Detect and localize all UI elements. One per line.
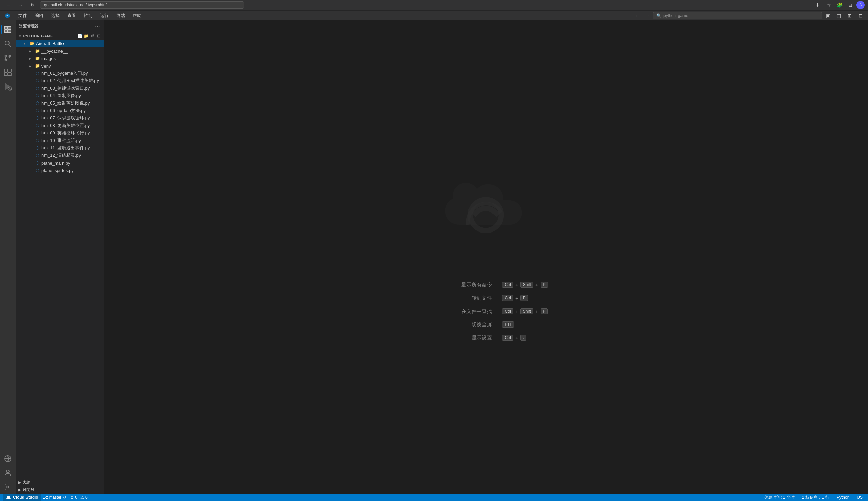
tree-item-hm10[interactable]: ▶ ⬡ hm_10_事件监听.py — [15, 137, 104, 144]
folder-icon: 📁 — [35, 48, 40, 54]
new-folder-icon[interactable]: 📁 — [84, 33, 89, 39]
activity-explorer[interactable] — [1, 23, 14, 36]
command-keys: Ctrl + Shift + P — [502, 282, 548, 288]
forward-button[interactable]: → — [15, 1, 25, 9]
lines-label: 2 核信息：1 行 — [802, 494, 829, 500]
sidebar: 资源管理器 ··· ▼ PYTHON GAME 📄 📁 ↺ ⊟ ▼ 📂 — [15, 20, 104, 493]
bookmark-icon[interactable]: ☆ — [824, 1, 833, 9]
python-file-icon: ⬡ — [35, 123, 40, 128]
menu-goto[interactable]: 转到 — [80, 12, 96, 20]
command-row-2: 在文件中查找 Ctrl + Shift + F — [424, 308, 548, 315]
svg-marker-14 — [6, 84, 10, 89]
tree-item-label: hm_04_绘制图像.py — [41, 93, 81, 99]
status-language[interactable]: Python — [835, 493, 851, 501]
tree-item-label: hm_03_创建游戏窗口.py — [41, 85, 90, 91]
tree-item-hm08[interactable]: ▶ ⬡ hm_08_更新英雄位置.py — [15, 122, 104, 129]
command-search-bar[interactable]: 🔍 python_game — [652, 12, 823, 19]
menu-select[interactable]: 选择 — [48, 12, 63, 20]
outline-chevron-icon: ▶ — [18, 481, 21, 484]
refresh-button[interactable]: ↻ — [28, 1, 38, 9]
outline-section[interactable]: ▶ 大纲 — [15, 479, 104, 486]
activity-extensions[interactable] — [1, 66, 14, 79]
layout-icon-1[interactable]: ▣ — [823, 12, 833, 19]
project-header[interactable]: ▼ PYTHON GAME 📄 📁 ↺ ⊟ — [15, 32, 104, 40]
status-time[interactable]: 休息时间: 1 小时 — [762, 493, 797, 501]
tree-item-hm03[interactable]: ▶ ⬡ hm_03_创建游戏窗口.py — [15, 85, 104, 92]
collapse-icon[interactable]: ⊟ — [96, 33, 101, 39]
activity-remote[interactable] — [1, 452, 14, 465]
download-icon[interactable]: ⬇ — [813, 1, 823, 9]
back-button[interactable]: ← — [3, 1, 13, 9]
status-encoding[interactable]: US — [855, 493, 865, 501]
tree-item-hm02[interactable]: ▶ ⬡ hm_02_使用Rect描述英雄.py — [15, 77, 104, 85]
profile-icon[interactable]: A — [856, 1, 865, 9]
welcome-commands: 显示所有命令 Ctrl + Shift + P 转到文件 Ctrl + — [424, 282, 548, 341]
layout-icon-3[interactable]: ⊞ — [845, 12, 855, 19]
sidebar-toggle-icon[interactable]: ⊟ — [846, 1, 855, 9]
activity-source-control[interactable] — [1, 52, 14, 64]
tree-item-hm11[interactable]: ▶ ⬡ hm_11_监听退出事件.py — [15, 144, 104, 152]
tree-item-aircraft-battle[interactable]: ▼ 📂 Aircraft_Battle — [15, 40, 104, 47]
menu-terminal[interactable]: 终端 — [113, 12, 128, 20]
timeline-section[interactable]: ▶ 时间线 — [15, 486, 104, 493]
url-bar[interactable]: gnepuil.cloudstudio.net/tty/psmhfu/ — [40, 1, 244, 9]
key-ctrl: Ctrl — [502, 295, 513, 301]
tree-item-pycache[interactable]: ▶ 📁 __pycache__ — [15, 47, 104, 55]
nav-back-icon[interactable]: ← — [632, 12, 642, 19]
tree-item-label: plane_main.py — [41, 161, 70, 166]
extensions-icon[interactable]: 🧩 — [835, 1, 844, 9]
tree-item-hm01[interactable]: ▶ ⬡ hm_01_pygame入门.py — [15, 70, 104, 77]
sidebar-header: 资源管理器 ··· — [15, 20, 104, 32]
status-lines[interactable]: 2 核信息：1 行 — [800, 493, 831, 501]
tree-item-plane-main[interactable]: ▶ ⬡ plane_main.py — [15, 159, 104, 167]
status-brand[interactable]: Cloud Studio — [3, 493, 41, 501]
activity-settings[interactable] — [1, 481, 14, 493]
tree-item-hm09[interactable]: ▶ ⬡ hm_09_英雄循环飞行.py — [15, 129, 104, 137]
key-shift: Shift — [521, 308, 533, 314]
activity-account[interactable] — [1, 466, 14, 479]
search-icon: 🔍 — [656, 13, 661, 18]
tree-item-hm04[interactable]: ▶ ⬡ hm_04_绘制图像.py — [15, 92, 104, 99]
menu-edit[interactable]: 编辑 — [31, 12, 47, 20]
status-branch[interactable]: ⎇ master ↺ — [41, 493, 69, 501]
command-label: 在文件中查找 — [424, 308, 492, 315]
key-f: F — [541, 308, 548, 314]
tree-item-hm06[interactable]: ▶ ⬡ hm_06_update方法.py — [15, 107, 104, 114]
menu-view[interactable]: 查看 — [64, 12, 80, 20]
sidebar-header-label: 资源管理器 — [19, 24, 39, 29]
activity-run-debug[interactable] — [1, 80, 14, 93]
tree-item-hm12[interactable]: ▶ ⬡ hm_12_演练精灵.py — [15, 152, 104, 159]
status-errors[interactable]: ⊘ 0 ⚠ 0 — [68, 493, 90, 501]
editor-area: 显示所有命令 Ctrl + Shift + P 转到文件 Ctrl + — [104, 20, 868, 493]
layout-icon-2[interactable]: ◫ — [834, 12, 844, 19]
menu-help[interactable]: 帮助 — [129, 12, 145, 20]
tree-item-venv[interactable]: ▶ 📁 venv — [15, 62, 104, 70]
explorer-section: ▼ PYTHON GAME 📄 📁 ↺ ⊟ ▼ 📂 Aircraft_Battl… — [15, 32, 104, 479]
menu-run[interactable]: 运行 — [96, 12, 112, 20]
layout-icon-4[interactable]: ⊟ — [856, 12, 865, 19]
warning-icon: ⚠ — [80, 495, 84, 500]
tree-item-images[interactable]: ▶ 📁 images — [15, 55, 104, 62]
tree-item-label: __pycache__ — [41, 49, 67, 54]
command-label: 转到文件 — [424, 295, 492, 301]
python-file-icon: ⬡ — [35, 153, 40, 158]
python-file-icon: ⬡ — [35, 86, 40, 91]
menu-right-icons: ▣ ◫ ⊞ ⊟ — [823, 12, 865, 19]
language-label: Python — [837, 495, 849, 500]
project-collapse-chevron: ▼ — [18, 34, 22, 38]
menu-nav-btns: ← → — [632, 12, 652, 19]
tree-item-hm05[interactable]: ▶ ⬡ hm_05_绘制英雄图像.py — [15, 99, 104, 107]
menu-file[interactable]: 文件 — [15, 12, 31, 20]
sidebar-more-icon[interactable]: ··· — [94, 23, 101, 30]
nav-forward-icon[interactable]: → — [642, 12, 652, 19]
tree-item-plane-sprites[interactable]: ▶ ⬡ plane_sprites.py — [15, 167, 104, 174]
python-file-icon: ⬡ — [35, 168, 40, 173]
menubar: 文件 编辑 选择 查看 转到 运行 终端 帮助 ← → 🔍 python_gam… — [0, 10, 868, 20]
svg-line-16 — [9, 88, 11, 89]
tree-item-label: hm_11_监听退出事件.py — [41, 145, 90, 151]
activity-search[interactable] — [1, 38, 14, 50]
refresh-icon[interactable]: ↺ — [90, 33, 95, 39]
key-f11: F11 — [502, 321, 514, 328]
new-file-icon[interactable]: 📄 — [77, 33, 83, 39]
tree-item-hm07[interactable]: ▶ ⬡ hm_07_认识游戏循环.py — [15, 114, 104, 122]
